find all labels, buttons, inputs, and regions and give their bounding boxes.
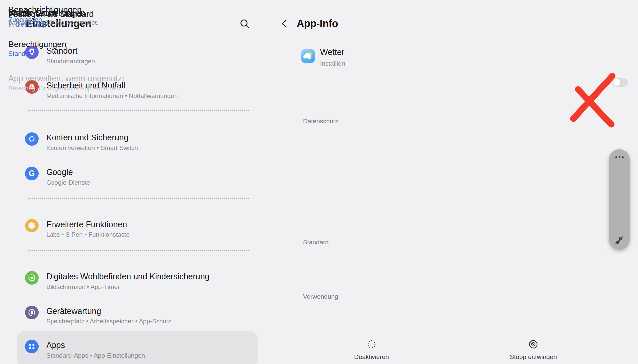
force-stop-label: Stopp erzwingen bbox=[510, 353, 557, 361]
sidebar-item-title: Erweiterte Funktionen bbox=[46, 219, 130, 229]
disable-button[interactable]: Deaktivieren bbox=[335, 340, 408, 361]
section-privacy: Datenschutz bbox=[303, 118, 338, 125]
sidebar-item-title: Gerätewartung bbox=[46, 306, 171, 316]
sidebar-item-subtitle: Speicherplatz • Arbeitsspeicher • App-Sc… bbox=[46, 317, 171, 326]
section-usage: Verwendung bbox=[303, 293, 338, 300]
more-options-icon[interactable] bbox=[609, 156, 630, 158]
sidebar-item-subtitle: Labs • S Pen • Funktionstaste bbox=[46, 230, 130, 239]
sparkle-icon bbox=[25, 219, 39, 232]
privacy-card: Benachrichtigungen Zugelassen Berechtigu… bbox=[0, 26, 638, 124]
sidebar-item-title: Konten und Sicherung bbox=[46, 133, 138, 143]
manage-unused-row-title: App verwalten, wenn ungenutzt bbox=[8, 74, 124, 83]
force-stop-button[interactable]: Stopp erzwingen bbox=[497, 340, 570, 361]
sidebar-item-subtitle: Standard-Apps • App-Einstellungen bbox=[46, 351, 145, 360]
mute-note-icon[interactable] bbox=[614, 235, 624, 246]
sidebar-item-geraetewartung[interactable]: Gerätewartung Speicherplatz • Arbeitsspe… bbox=[25, 305, 258, 326]
disable-dashed-circle-icon bbox=[367, 340, 376, 350]
section-default: Standard bbox=[303, 239, 329, 246]
sidebar-item-erweiterte-funktionen[interactable]: Erweiterte Funktionen Labs • S Pen • Fun… bbox=[25, 219, 258, 239]
device-care-icon bbox=[25, 306, 39, 319]
sidebar-item-title: Google bbox=[46, 167, 90, 177]
row-divider bbox=[7, 31, 631, 31]
sidebar-item-konten[interactable]: Konten und Sicherung Konten verwalten • … bbox=[25, 132, 258, 152]
apps-grid-icon bbox=[25, 340, 39, 353]
sidebar-item-title: Apps bbox=[46, 340, 145, 350]
row-divider bbox=[7, 66, 631, 66]
page-title-app-info: App-Info bbox=[297, 18, 338, 30]
google-g-icon: G bbox=[25, 167, 39, 180]
sidebar-item-subtitle: Konten verwalten • Smart Switch bbox=[46, 144, 138, 152]
weather-app-icon bbox=[301, 49, 315, 63]
search-icon[interactable] bbox=[240, 19, 250, 29]
back-icon[interactable] bbox=[280, 19, 289, 28]
sync-icon bbox=[25, 132, 39, 146]
red-x-annotation bbox=[562, 66, 628, 133]
mobile-data-subtitle: 6,05 MB seit 10. Mai verwendet. bbox=[8, 19, 98, 26]
app-status: Installiert bbox=[320, 60, 345, 67]
group-divider bbox=[28, 110, 249, 111]
sidebar-item-subtitle: Google-Dienste bbox=[46, 178, 90, 187]
sidebar-item-wohlbefinden[interactable]: Digitales Wohlbefinden und Kindersicheru… bbox=[25, 271, 258, 291]
group-divider bbox=[28, 250, 249, 251]
wellbeing-heart-icon bbox=[25, 271, 39, 285]
sidebar-item-google[interactable]: G Google Google-Dienste bbox=[25, 166, 258, 187]
permissions-row-title[interactable]: Berechtigungen bbox=[8, 40, 66, 49]
sidebar-item-subtitle: Bildschirmzeit • App-Timer bbox=[46, 283, 210, 291]
sidebar-item-subtitle: Standortanfragen bbox=[46, 57, 95, 66]
group-divider bbox=[28, 198, 249, 199]
mobile-data-title: Mobile Daten bbox=[8, 8, 57, 18]
app-name: Wetter bbox=[320, 47, 344, 57]
disable-label: Deaktivieren bbox=[354, 353, 389, 361]
manage-unused-row-subtitle: Berechtig. für ungenutzte App entfernen bbox=[8, 85, 120, 92]
permissions-value: Standort bbox=[8, 50, 33, 58]
sidebar-item-apps[interactable]: Apps Standard-Apps • App-Einstellungen bbox=[25, 339, 258, 360]
sidebar-item-title: Digitales Wohlbefinden und Kindersicheru… bbox=[46, 271, 210, 282]
sidebar-item-subtitle: Medizinische Informationen • Notfallwarn… bbox=[46, 92, 178, 100]
force-stop-octagon-icon bbox=[529, 340, 538, 350]
floating-toolbar bbox=[609, 149, 630, 250]
settings-app-window: Einstellungen Standort Standortanfragen bbox=[0, 0, 638, 364]
